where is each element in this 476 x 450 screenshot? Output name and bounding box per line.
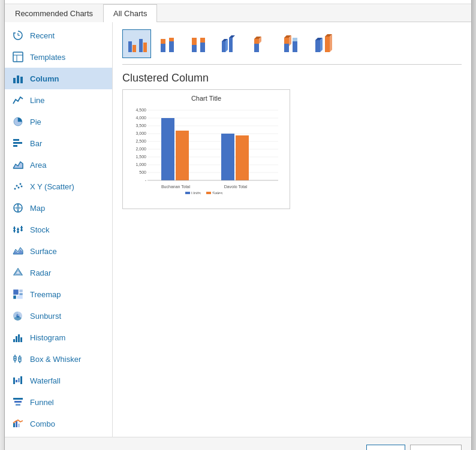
- sidebar-item-treemap[interactable]: Treemap: [5, 283, 112, 305]
- svg-rect-53: [14, 401, 22, 403]
- svg-rect-10: [13, 145, 17, 147]
- treemap-icon: [12, 288, 24, 300]
- sidebar-item-recent[interactable]: Recent: [5, 25, 112, 46]
- svg-rect-64: [169, 41, 174, 52]
- svg-rect-60: [139, 39, 143, 52]
- svg-rect-88: [325, 37, 330, 52]
- sidebar-label-recent: Recent: [30, 31, 55, 40]
- sidebar-label-combo: Combo: [30, 419, 55, 428]
- sidebar-item-line[interactable]: Line: [5, 89, 112, 111]
- svg-text:500: 500: [139, 170, 146, 174]
- svg-rect-34: [17, 295, 23, 299]
- svg-rect-7: [20, 77, 23, 83]
- svg-rect-61: [143, 43, 147, 52]
- sidebar-item-sunburst[interactable]: Sunburst: [5, 305, 112, 327]
- chart-type-3d-stacked-column[interactable]: [247, 29, 276, 58]
- sidebar-item-templates[interactable]: Templates: [5, 46, 112, 68]
- radar-icon: [12, 267, 24, 279]
- svg-rect-54: [16, 404, 20, 406]
- cancel-button[interactable]: Cancel: [410, 445, 462, 450]
- svg-point-11: [14, 188, 16, 190]
- histogram-icon: [12, 331, 24, 343]
- chart-type-clustered-column[interactable]: [122, 29, 151, 58]
- bar-icon: [12, 137, 24, 149]
- svg-rect-76: [254, 39, 259, 44]
- svg-text:2,500: 2,500: [135, 139, 146, 143]
- svg-rect-39: [20, 337, 22, 342]
- combo-icon: [12, 418, 24, 430]
- sunburst-icon: [12, 310, 24, 322]
- sidebar-label-funnel: Funnel: [30, 398, 54, 407]
- svg-point-13: [18, 187, 20, 189]
- tab-all-charts[interactable]: All Charts: [103, 4, 157, 22]
- selected-chart-name: Clustered Column: [122, 72, 462, 84]
- sidebar-item-scatter[interactable]: X Y (Scatter): [5, 176, 112, 197]
- svg-rect-2: [13, 52, 23, 62]
- svg-rect-70: [222, 41, 225, 52]
- sidebar-item-radar[interactable]: Radar: [5, 262, 112, 283]
- sidebar-label-map: Map: [30, 204, 45, 213]
- svg-rect-33: [13, 295, 16, 299]
- sidebar-label-scatter: X Y (Scatter): [30, 182, 74, 191]
- svg-rect-56: [16, 421, 17, 427]
- sidebar-item-boxwhisker[interactable]: Box & Whisker: [5, 348, 112, 370]
- svg-rect-30: [13, 289, 19, 295]
- svg-rect-58: [128, 41, 132, 52]
- sidebar-label-waterfall: Waterfall: [30, 376, 61, 385]
- svg-rect-111: [161, 118, 174, 180]
- sidebar-item-funnel[interactable]: Funnel: [5, 391, 112, 413]
- sidebar-item-bar[interactable]: Bar: [5, 132, 112, 154]
- sidebar-label-treemap: Treemap: [30, 290, 61, 299]
- ok-button[interactable]: OK: [366, 445, 405, 450]
- sidebar-label-templates: Templates: [30, 53, 65, 62]
- sidebar-item-map[interactable]: Map: [5, 197, 112, 219]
- sidebar-item-combo[interactable]: Combo: [5, 413, 112, 434]
- svg-rect-83: [293, 41, 297, 52]
- svg-rect-79: [284, 44, 289, 52]
- svg-rect-9: [13, 142, 22, 144]
- svg-rect-49: [16, 380, 17, 382]
- tab-recommended[interactable]: Recommended Charts: [5, 4, 103, 22]
- svg-rect-36: [13, 339, 15, 342]
- funnel-icon: [12, 396, 24, 408]
- sidebar-item-waterfall[interactable]: Waterfall: [5, 370, 112, 391]
- svg-rect-32: [19, 293, 23, 295]
- svg-text:4,500: 4,500: [135, 108, 146, 112]
- sidebar-item-surface[interactable]: Surface: [5, 240, 112, 262]
- svg-rect-51: [20, 376, 22, 384]
- chart-type-3d-100-stacked-column[interactable]: [278, 29, 307, 58]
- svg-rect-6: [17, 75, 19, 83]
- svg-rect-48: [13, 377, 15, 384]
- sidebar-item-area[interactable]: Area: [5, 154, 112, 176]
- sidebar-item-histogram[interactable]: Histogram: [5, 327, 112, 348]
- svg-marker-87: [320, 38, 323, 52]
- svg-rect-112: [176, 131, 189, 180]
- svg-rect-55: [13, 423, 15, 427]
- svg-point-15: [21, 186, 23, 188]
- svg-rect-37: [16, 336, 17, 342]
- tab-bar: Recommended Charts All Charts: [5, 4, 471, 22]
- svg-marker-74: [229, 35, 235, 38]
- line-icon: [12, 94, 24, 106]
- sidebar-label-radar: Radar: [30, 268, 51, 277]
- sidebar-label-sunburst: Sunburst: [30, 312, 61, 321]
- dialog-footer: OK Cancel: [5, 437, 471, 450]
- svg-rect-66: [192, 45, 197, 52]
- svg-marker-90: [330, 34, 332, 52]
- chart-type-3d-clustered-column[interactable]: [216, 29, 245, 58]
- svg-rect-114: [236, 135, 249, 180]
- sidebar-item-stock[interactable]: Stock: [5, 219, 112, 240]
- svg-rect-75: [254, 44, 259, 52]
- chart-type-100-stacked-column[interactable]: [185, 29, 213, 58]
- sidebar-item-column[interactable]: Column: [5, 68, 112, 89]
- svg-rect-85: [315, 40, 320, 52]
- svg-rect-50: [18, 378, 20, 382]
- sidebar-label-column: Column: [30, 74, 59, 83]
- chart-type-3d-column[interactable]: [309, 29, 338, 58]
- svg-rect-69: [200, 38, 205, 43]
- svg-rect-8: [13, 139, 19, 141]
- chart-type-stacked-column[interactable]: [153, 29, 182, 58]
- svg-rect-52: [13, 398, 23, 400]
- sidebar-item-pie[interactable]: Pie: [5, 111, 112, 132]
- svg-text:1,500: 1,500: [135, 155, 146, 159]
